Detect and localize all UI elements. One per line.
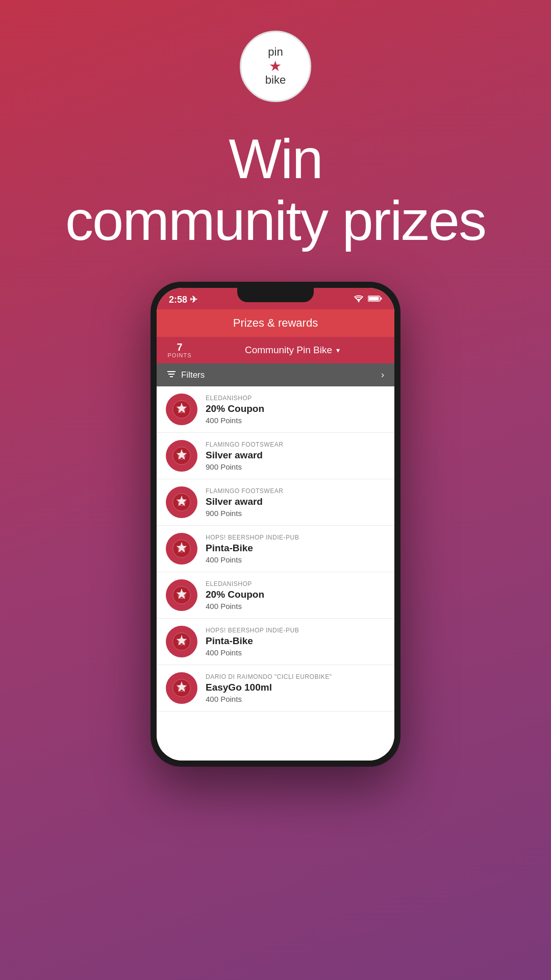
wifi-icon: [354, 295, 364, 304]
prize-info: ELEDANISHOP 20% Coupon 400 Points: [206, 395, 385, 425]
prize-shop: Flamingo footswear: [206, 487, 385, 495]
phone-notch: [237, 288, 314, 302]
filters-chevron-icon: ›: [381, 370, 384, 380]
phone-mockup: 2:58 ✈: [151, 282, 400, 767]
filters-label: Filters: [181, 370, 205, 380]
svg-rect-2: [369, 297, 379, 301]
prize-item[interactable]: Hops! BeerShop Indie-Pub Pinta-Bike 400 …: [157, 619, 394, 665]
prize-info: Hops! BeerShop Indie-Pub Pinta-Bike 400 …: [206, 534, 385, 564]
prize-shop: Hops! BeerShop Indie-Pub: [206, 534, 385, 541]
app-title: Prizes & rewards: [233, 316, 318, 329]
prize-name: Pinta-Bike: [206, 543, 385, 554]
prize-shop: ELEDANISHOP: [206, 580, 385, 587]
prize-icon: [166, 672, 197, 704]
filters-left: Filters: [167, 370, 205, 380]
app-header: Prizes & rewards: [157, 309, 394, 337]
prize-points: 900 Points: [206, 509, 385, 518]
prizes-list: ELEDANISHOP 20% Coupon 400 Points Flamin…: [157, 386, 394, 761]
filters-bar[interactable]: Filters ›: [157, 363, 394, 386]
prize-info: Flamingo footswear Silver award 900 Poin…: [206, 441, 385, 471]
headline-line1: Win: [65, 128, 486, 189]
prize-points: 400 Points: [206, 555, 385, 564]
prize-points: 400 Points: [206, 695, 385, 703]
selector-bar[interactable]: 7 POINTS Community Pin Bike ▾: [157, 337, 394, 363]
prize-points: 400 Points: [206, 602, 385, 610]
prize-info: Hops! BeerShop Indie-Pub Pinta-Bike 400 …: [206, 627, 385, 657]
prize-info: Dario Di Raimondo "Cicli Eurobike" EasyG…: [206, 673, 385, 703]
prize-name: 20% Coupon: [206, 589, 385, 600]
filter-icon: [167, 370, 176, 380]
prize-info: Flamingo footswear Silver award 900 Poin…: [206, 487, 385, 518]
points-badge: 7 POINTS: [167, 342, 192, 358]
prize-shop: Dario Di Raimondo "Cicli Eurobike": [206, 673, 385, 680]
status-time: 2:58 ✈: [169, 294, 197, 305]
points-number: 7: [177, 342, 182, 352]
prize-points: 400 Points: [206, 416, 385, 425]
prize-icon: [166, 486, 197, 518]
prize-name: 20% Coupon: [206, 403, 385, 414]
prize-shop: Flamingo footswear: [206, 441, 385, 448]
prize-name: Silver award: [206, 450, 385, 461]
prize-points: 900 Points: [206, 462, 385, 471]
prize-item[interactable]: Flamingo footswear Silver award 900 Poin…: [157, 479, 394, 526]
svg-point-0: [358, 301, 360, 303]
app-logo: pin ★ bike: [240, 31, 311, 102]
points-label: POINTS: [168, 352, 192, 358]
battery-icon: [368, 295, 382, 304]
status-icons: [354, 295, 382, 304]
prize-item[interactable]: ELEDANISHOP 20% Coupon 400 Points: [157, 386, 394, 433]
prize-icon: [166, 440, 197, 472]
dropdown-arrow-icon: ▾: [336, 346, 340, 354]
prize-points: 400 Points: [206, 648, 385, 657]
prize-shop: ELEDANISHOP: [206, 395, 385, 402]
prize-icon: [166, 533, 197, 565]
prize-shop: Hops! BeerShop Indie-Pub: [206, 627, 385, 634]
community-selector[interactable]: Community Pin Bike ▾: [201, 345, 384, 356]
prize-item[interactable]: Dario Di Raimondo "Cicli Eurobike" EasyG…: [157, 665, 394, 712]
logo-bike-text: bike: [265, 74, 286, 86]
prize-icon: [166, 394, 197, 425]
svg-rect-3: [381, 298, 382, 300]
phone-screen: 2:58 ✈: [157, 288, 394, 761]
prize-icon: [166, 579, 197, 611]
prize-name: EasyGo 100ml: [206, 682, 385, 693]
logo-pin-text: pin: [265, 46, 286, 58]
community-name: Community Pin Bike: [245, 345, 332, 356]
prize-item[interactable]: ELEDANISHOP 20% Coupon 400 Points: [157, 572, 394, 619]
headline-line2: community prizes: [65, 189, 486, 251]
prize-info: ELEDANISHOP 20% Coupon 400 Points: [206, 580, 385, 610]
prize-name: Pinta-Bike: [206, 635, 385, 647]
prize-name: Silver award: [206, 496, 385, 507]
prize-item[interactable]: Hops! BeerShop Indie-Pub Pinta-Bike 400 …: [157, 526, 394, 572]
prize-item[interactable]: Flamingo footswear Silver award 900 Poin…: [157, 433, 394, 479]
logo-star-icon: ★: [265, 59, 286, 75]
prize-icon: [166, 626, 197, 657]
headline: Win community prizes: [65, 128, 486, 251]
